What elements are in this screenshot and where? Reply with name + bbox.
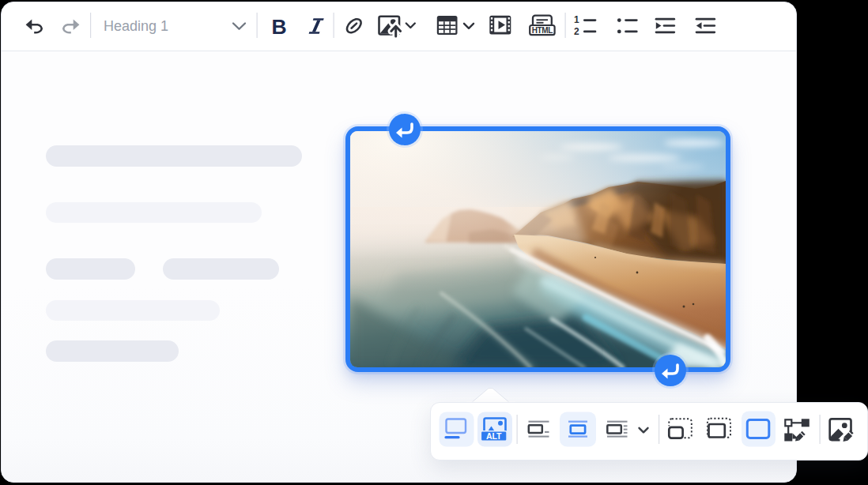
svg-text:Heading 1: Heading 1 — [104, 18, 168, 34]
svg-text:HTML: HTML — [532, 26, 553, 35]
svg-text:B: B — [272, 15, 287, 39]
svg-text:1: 1 — [574, 14, 579, 25]
svg-text:ALT: ALT — [486, 431, 502, 441]
svg-text:2: 2 — [574, 26, 579, 37]
